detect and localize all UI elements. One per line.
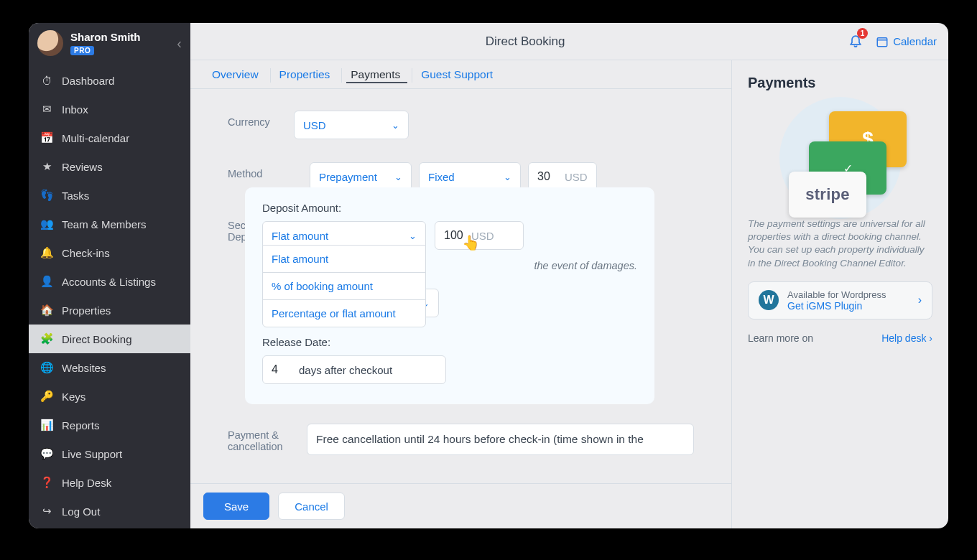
sidebar-icon: 👣 (40, 189, 53, 202)
sidebar-item-multi-calendar[interactable]: 📅Multi-calendar (29, 123, 190, 152)
release-label: Release Date: (262, 336, 637, 348)
sidebar-icon: ✉ (40, 103, 53, 116)
sidebar-item-reports[interactable]: 📊Reports (29, 411, 190, 439)
sidebar-item-label: Log Out (62, 505, 100, 518)
method-select-type[interactable]: Prepayment⌄ (310, 162, 412, 191)
sidebar-icon: 🔑 (40, 390, 53, 403)
sidebar-item-label: Reviews (62, 161, 103, 173)
tabs: OverviewPropertiesPaymentsGuest Support (190, 60, 731, 89)
sidebar-item-reviews[interactable]: ★Reviews (29, 152, 190, 181)
profile-name: Sharon Smith (70, 31, 141, 43)
sidebar-item-label: Keys (62, 391, 85, 403)
sidebar-item-label: Inbox (62, 103, 88, 116)
currency-label: Currency (228, 111, 294, 128)
notifications-badge: 1 (857, 28, 868, 39)
cancel-button[interactable]: Cancel (278, 493, 345, 520)
notifications-icon[interactable]: 1 (848, 32, 863, 51)
sidebar-icon: 👤 (40, 275, 53, 288)
sidebar-item-label: Live Support (62, 448, 122, 460)
sidebar-item-label: Multi-calendar (62, 132, 129, 144)
sidebar-icon: ↪ (40, 505, 53, 518)
policy-textarea[interactable]: Free cancellation until 24 hours before … (307, 424, 694, 455)
calendar-link[interactable]: Calendar (876, 35, 937, 48)
sidebar-icon: 📊 (40, 419, 53, 431)
calendar-label: Calendar (893, 35, 937, 47)
deposit-type-option[interactable]: Flat amount (263, 246, 425, 272)
svg-rect-0 (877, 37, 887, 46)
cursor-icon: 👆 (462, 234, 480, 251)
page-title: Direct Booking (202, 34, 848, 49)
method-amount-input[interactable]: 30 USD (528, 162, 597, 191)
tab-overview[interactable]: Overview (203, 68, 271, 83)
sidebar-item-log-out[interactable]: ↪Log Out (29, 497, 190, 526)
plugin-link: Get iGMS Plugin (787, 300, 909, 312)
sidebar-icon: 💬 (40, 447, 53, 460)
form-scroll: Currency USD ⌄ Method Prepayment⌄ (190, 89, 731, 528)
form-area: OverviewPropertiesPaymentsGuest Support … (190, 60, 731, 528)
sidebar-item-label: Reports (62, 419, 100, 431)
stripe-card-icon: stripe (789, 172, 866, 218)
sidebar-item-dashboard[interactable]: ⏱Dashboard (29, 66, 190, 95)
plugin-availability: Available for Wordpress (787, 289, 909, 300)
save-button[interactable]: Save (203, 493, 269, 520)
sidebar-item-label: Accounts & Listings (62, 276, 156, 288)
sidebar-icon: 🏠 (40, 304, 53, 317)
sidebar-item-label: Dashboard (62, 75, 114, 87)
sidebar-icon: ❓ (40, 476, 53, 489)
chevron-down-icon: ⌄ (504, 172, 511, 182)
deposit-card: Deposit Amount: Flat amount ⌄ 100 USD (245, 187, 654, 404)
pro-badge: PRO (70, 46, 94, 55)
sidebar-item-label: Tasks (62, 190, 89, 202)
learn-label: Learn more on (748, 332, 813, 344)
sidebar-item-properties[interactable]: 🏠Properties (29, 296, 190, 325)
sidebar-icon: 🌐 (40, 361, 53, 374)
avatar (37, 30, 63, 56)
sidebar-item-team-members[interactable]: 👥Team & Members (29, 210, 190, 238)
sidebar: Sharon Smith PRO ‹ ⏱Dashboard✉Inbox📅Mult… (29, 23, 190, 528)
sidebar-item-keys[interactable]: 🔑Keys (29, 382, 190, 411)
deposit-type-option[interactable]: % of booking amount (263, 272, 425, 299)
sidebar-item-websites[interactable]: 🌐Websites (29, 353, 190, 382)
topbar: Direct Booking 1 Calendar (190, 23, 948, 60)
chevron-right-icon: › (918, 294, 922, 307)
sidebar-item-live-support[interactable]: 💬Live Support (29, 439, 190, 468)
method-select-mode[interactable]: Fixed⌄ (419, 162, 521, 191)
deposit-type-dropdown: Flat amount% of booking amountPercentage… (262, 245, 426, 327)
body-split: OverviewPropertiesPaymentsGuest Support … (190, 60, 948, 528)
sidebar-item-label: Websites (62, 362, 106, 374)
chevron-down-icon: ⌄ (409, 230, 417, 241)
sidebar-item-direct-booking[interactable]: 🧩Direct Booking (29, 325, 190, 353)
sidebar-item-label: Direct Booking (62, 333, 132, 345)
sidebar-item-tasks[interactable]: 👣Tasks (29, 181, 190, 210)
collapse-sidebar-icon[interactable]: ‹ (177, 35, 182, 52)
rpanel-title: Payments (748, 75, 932, 91)
sidebar-item-label: Help Desk (62, 477, 111, 489)
profile-block[interactable]: Sharon Smith PRO ‹ (29, 23, 190, 63)
sidebar-icon: ★ (40, 160, 53, 173)
sidebar-item-check-ins[interactable]: 🔔Check-ins (29, 238, 190, 267)
tab-properties[interactable]: Properties (271, 68, 343, 83)
policy-row: Payment & cancellation Free cancellation… (228, 424, 694, 455)
currency-select[interactable]: USD ⌄ (294, 111, 409, 139)
sidebar-icon: 👥 (40, 218, 53, 230)
sidebar-icon: ⏱ (40, 75, 53, 87)
main-area: Direct Booking 1 Calendar OverviewProper… (190, 23, 948, 528)
sidebar-item-label: Check-ins (62, 247, 110, 259)
app-window: Sharon Smith PRO ‹ ⏱Dashboard✉Inbox📅Mult… (29, 23, 948, 528)
sidebar-icon: 🧩 (40, 332, 53, 345)
help-desk-link[interactable]: Help desk › (881, 332, 932, 344)
release-input[interactable]: 4 days after checkout (262, 355, 446, 384)
tab-payments[interactable]: Payments (342, 68, 412, 83)
deposit-amount-label: Deposit Amount: (262, 202, 637, 214)
sidebar-item-help-desk[interactable]: ❓Help Desk (29, 468, 190, 497)
sidebar-item-accounts-listings[interactable]: 👤Accounts & Listings (29, 267, 190, 296)
tab-guest-support[interactable]: Guest Support (412, 68, 501, 88)
sidebar-icon: 🔔 (40, 246, 53, 259)
wordpress-plugin-box[interactable]: W Available for Wordpress Get iGMS Plugi… (748, 281, 932, 319)
deposit-type-option[interactable]: Percentage or flat amount (263, 299, 425, 327)
chevron-down-icon: ⌄ (392, 120, 399, 131)
sidebar-icon: 📅 (40, 131, 53, 144)
sidebar-item-inbox[interactable]: ✉Inbox (29, 95, 190, 123)
chevron-down-icon: ⌄ (394, 172, 402, 182)
sidebar-item-label: Properties (62, 304, 111, 317)
